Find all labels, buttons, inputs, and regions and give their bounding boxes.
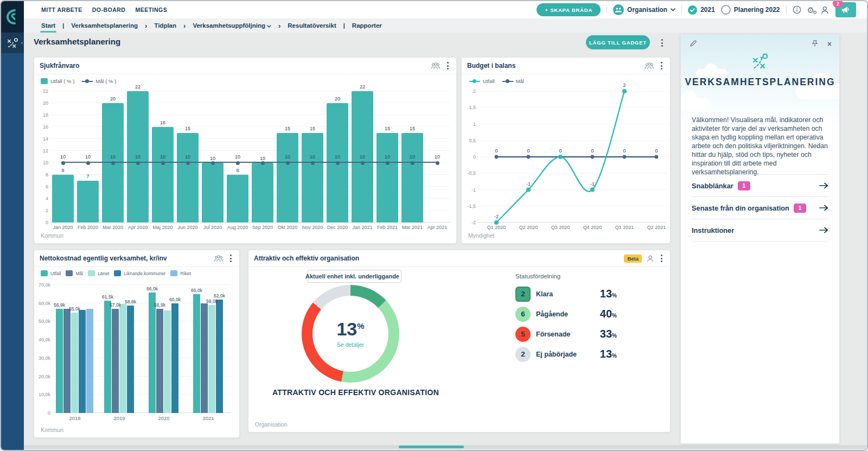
page-menu-kebab-icon[interactable] xyxy=(659,37,665,49)
bar-liknande-kommuner[interactable] xyxy=(171,303,178,413)
bar-riket[interactable] xyxy=(86,309,93,413)
divider xyxy=(607,5,607,14)
bar-mal[interactable] xyxy=(112,309,119,413)
status-percent-unit: % xyxy=(612,293,617,298)
status-percent: 13% xyxy=(600,348,617,360)
legend-label: Mål ( % ) xyxy=(95,78,116,84)
bar[interactable] xyxy=(52,175,74,223)
bar-lanet[interactable] xyxy=(119,304,126,413)
year-toggle-2021[interactable]: 2021 xyxy=(688,5,715,15)
beta-badge: Beta xyxy=(624,255,642,263)
close-icon[interactable]: × xyxy=(827,40,832,48)
pin-icon[interactable] xyxy=(811,40,819,47)
card-menu-kebab-icon[interactable] xyxy=(228,252,234,264)
panel-link-senaste-fran-din-organisation[interactable]: Senaste från din organisation1 xyxy=(692,196,828,219)
left-sidebar: › xyxy=(1,33,24,450)
unit-scope-dropdown[interactable]: Aktuell enhet inkl. underliggande xyxy=(307,270,401,283)
panel-link-snabblankar[interactable]: Snabblänkar1 xyxy=(692,174,828,196)
x-axis-label: Aug 2020 xyxy=(225,225,250,230)
horizontal-scrollbar-thumb[interactable] xyxy=(399,446,464,448)
share-organisation-icon[interactable] xyxy=(431,62,441,69)
goal-value-label: 10 xyxy=(275,154,300,160)
topnav-item-do-board[interactable]: DO-BOARD xyxy=(92,7,126,13)
bar-utfall[interactable] xyxy=(149,293,156,414)
y-axis: 0246810121416182022 xyxy=(35,91,48,223)
app-logo[interactable] xyxy=(1,1,24,33)
user-icon[interactable] xyxy=(646,255,654,263)
organisation-selector[interactable]: Organisation xyxy=(613,4,675,15)
goal-value-label: 10 xyxy=(75,154,100,160)
bar-liknande-kommuner[interactable] xyxy=(216,300,223,413)
bar[interactable] xyxy=(227,175,248,223)
bar-mal[interactable] xyxy=(201,303,208,413)
breadcrumb-resultatoversikt[interactable]: Resultatöversikt xyxy=(288,22,336,29)
bar[interactable] xyxy=(77,181,99,223)
bar[interactable] xyxy=(277,133,298,223)
bar-liknande-kommuner[interactable] xyxy=(127,306,134,413)
bar-lanet[interactable] xyxy=(208,305,215,413)
chevron-right-icon: › xyxy=(278,22,280,30)
edit-pencil-icon[interactable] xyxy=(690,40,697,47)
bar-liknande-kommuner[interactable] xyxy=(79,310,86,413)
chevron-down-icon xyxy=(671,8,675,11)
settings-icon[interactable]: ⚙⚙ xyxy=(807,6,814,14)
year-planering-label: Planering 2022 xyxy=(734,6,780,14)
bar-lanet[interactable] xyxy=(164,310,171,413)
panel-link-badge: 1 xyxy=(738,181,750,190)
share-organisation-icon[interactable] xyxy=(214,255,224,262)
bar[interactable] xyxy=(302,133,323,223)
add-gadget-button[interactable]: LÄGG TILL GADGET xyxy=(586,35,650,49)
topnav-item-meetings[interactable]: MEETINGS xyxy=(135,7,167,13)
x-axis: 2018201920202021 xyxy=(53,415,231,421)
breadcrumb-verksamhetsuppfoljning[interactable]: Verksamhetsuppföljning xyxy=(193,22,271,29)
topnav-item-mitt-arbete[interactable]: MITT ARBETE xyxy=(41,7,82,13)
announcements-button[interactable]: 2 xyxy=(835,2,856,17)
outcome-point xyxy=(558,155,563,159)
create-board-button[interactable]: + SKAPA BRÄDA xyxy=(537,3,601,16)
breadcrumb-rapporter[interactable]: Rapporter xyxy=(352,22,382,29)
status-list: 2Klara13%6Pågående40%5Försenade33%2Ej på… xyxy=(515,284,617,364)
bar[interactable] xyxy=(401,133,423,223)
sidebar-item-verksamhetsplanering[interactable]: › xyxy=(1,33,24,53)
card-header: Nettokostnad egentlig verksamhet, kr/inv xyxy=(34,250,239,267)
breadcrumb-tidplan[interactable]: Tidplan xyxy=(154,22,176,29)
bar[interactable] xyxy=(152,127,174,223)
bar[interactable] xyxy=(177,133,199,223)
bar[interactable] xyxy=(376,133,398,223)
card-menu-kebab-icon[interactable] xyxy=(445,60,451,72)
goal-value-label: 10 xyxy=(300,154,325,160)
goal-point xyxy=(186,161,190,165)
bar-lanet[interactable] xyxy=(71,313,78,413)
arrow-right-icon xyxy=(819,227,828,233)
y-axis-label: 1 xyxy=(473,122,476,127)
bar-mal[interactable] xyxy=(156,309,163,413)
see-details-link[interactable]: Se detaljer xyxy=(337,341,364,348)
status-percent-value: 33 xyxy=(600,328,612,340)
legend-line-swatch xyxy=(502,81,513,82)
card-menu-kebab-icon[interactable] xyxy=(659,252,665,264)
goal-value-label: 10 xyxy=(375,154,400,160)
bar[interactable] xyxy=(202,163,224,223)
bar-mal[interactable] xyxy=(63,309,71,413)
status-row-pagaende: 6Pågående40% xyxy=(515,304,617,324)
bar-value-label: 15 xyxy=(400,126,425,131)
card-menu-kebab-icon[interactable] xyxy=(659,60,665,72)
info-icon[interactable] xyxy=(793,5,801,14)
bar-utfall[interactable] xyxy=(56,309,63,413)
goal-point xyxy=(386,161,390,165)
bar[interactable] xyxy=(252,163,273,223)
panel-link-instruktioner[interactable]: Instruktioner xyxy=(692,219,828,242)
goal-point xyxy=(111,161,115,165)
breadcrumb-start[interactable]: Start xyxy=(41,22,55,29)
y-axis-label: 60,0k xyxy=(39,301,50,306)
bar-utfall[interactable] xyxy=(104,301,111,413)
breadcrumb-verksamhetsplanering[interactable]: Verksamhetsplanering xyxy=(71,22,138,29)
share-organisation-icon[interactable] xyxy=(644,62,654,69)
bar-value-label: 57,0k xyxy=(110,302,121,308)
x-axis-label: Jul 2020 xyxy=(200,225,225,230)
year-toggle-planering-2022[interactable]: Planering 2022 xyxy=(721,5,780,15)
bar-utfall[interactable] xyxy=(193,294,200,413)
status-count-badge: 6 xyxy=(515,307,531,322)
x-axis: Jan 2020Feb 2020Mar 2020Apr 2020Maj 2020… xyxy=(50,225,450,230)
user-profile-icon[interactable] xyxy=(820,5,829,15)
